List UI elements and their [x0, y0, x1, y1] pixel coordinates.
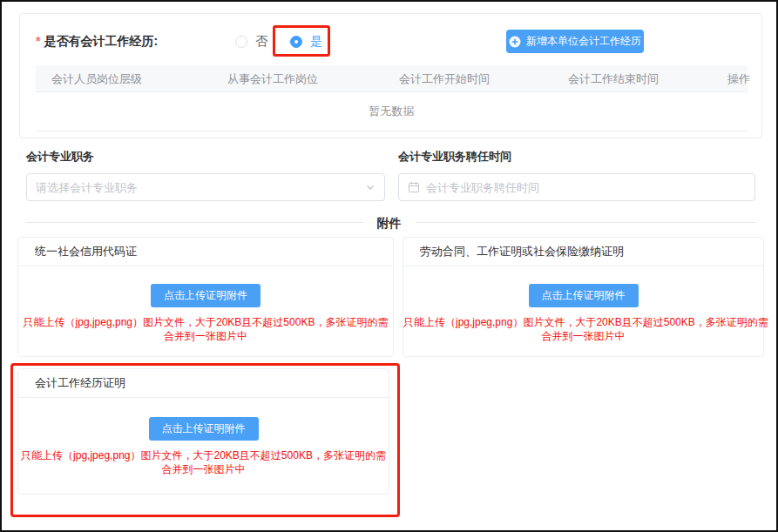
question-text: 是否有会计工作经历: [44, 34, 158, 48]
radio-unchecked-icon [235, 36, 247, 48]
add-experience-button-label: 新增本单位会计工作经历 [526, 34, 641, 49]
upload-hint-line2: 合并到一张图片中 [18, 329, 393, 343]
upload-button-credit-code[interactable]: 点击上传证明附件 [151, 284, 260, 307]
upload-hint-line1: 只能上传（jpg,jpeg,png）图片文件，大于20KB且不超过500KB，多… [18, 315, 393, 329]
attachment-card-title: 会计工作经历证明 [18, 369, 389, 398]
attachment-card-title: 统一社会信用代码证 [18, 238, 393, 266]
radio-option-no[interactable]: 否 [235, 33, 267, 51]
upload-hint-line2: 合并到一张图片中 [403, 329, 763, 343]
duty-field-label: 会计专业职务 [26, 149, 94, 165]
upload-hint-line1: 只能上传（jpg,jpeg,png）图片文件，大于20KB且不超过500KB，多… [18, 448, 389, 462]
attachments-divider-label: 附件 [363, 216, 416, 230]
table-header-start-time: 会计工作开始时间 [399, 65, 490, 92]
upload-hint: 只能上传（jpg,jpeg,png）图片文件，大于20KB且不超过500KB，多… [403, 315, 763, 343]
required-asterisk: * [36, 34, 40, 48]
upload-button-work-experience[interactable]: 点击上传证明附件 [149, 417, 259, 441]
empty-data-text: 暂无数据 [369, 104, 415, 119]
attachment-card-credit-code: 统一社会信用代码证 点击上传证明附件 只能上传（jpg,jpeg,png）图片文… [17, 237, 394, 357]
attachments-divider: 附件 [2, 215, 776, 232]
table-header-post-level: 会计人员岗位层级 [51, 65, 142, 92]
experience-table-header: 会计人员岗位层级 从事会计工作岗位 会计工作开始时间 会计工作结束时间 操作 [36, 65, 748, 92]
table-header-end-time: 会计工作结束时间 [568, 65, 659, 92]
upload-button-labor-contract[interactable]: 点击上传证明附件 [529, 284, 639, 307]
experience-panel: *是否有会计工作经历: 否 是 新增本单位会计工作经历 会计人员岗位层级 从事会… [19, 13, 762, 138]
calendar-icon [408, 181, 420, 193]
duty-select-input[interactable] [36, 181, 365, 194]
experience-table-empty-row: 暂无数据 [36, 92, 748, 131]
attachment-card-title: 劳动合同、工作证明或社会保险缴纳证明 [403, 238, 763, 266]
radio-yes-label: 是 [310, 34, 322, 50]
hire-time-field-label: 会计专业职务聘任时间 [398, 149, 511, 165]
add-experience-button[interactable]: 新增本单位会计工作经历 [506, 30, 644, 53]
hire-time-date-input[interactable] [398, 173, 755, 201]
question-label: *是否有会计工作经历: [36, 34, 158, 50]
chevron-down-icon [365, 182, 375, 192]
radio-no-label: 否 [255, 34, 267, 50]
table-header-post: 从事会计工作岗位 [227, 65, 318, 92]
upload-hint: 只能上传（jpg,jpeg,png）图片文件，大于20KB且不超过500KB，多… [18, 448, 389, 476]
upload-hint-line1: 只能上传（jpg,jpeg,png）图片文件，大于20KB且不超过500KB，多… [403, 315, 763, 329]
upload-hint: 只能上传（jpg,jpeg,png）图片文件，大于20KB且不超过500KB，多… [18, 315, 393, 343]
hire-time-input[interactable] [426, 181, 746, 194]
attachment-card-labor-contract: 劳动合同、工作证明或社会保险缴纳证明 点击上传证明附件 只能上传（jpg,jpe… [403, 237, 764, 357]
upload-hint-line2: 合并到一张图片中 [18, 462, 389, 476]
plus-circle-icon [509, 36, 521, 48]
attachment-card-work-experience: 会计工作经历证明 点击上传证明附件 只能上传（jpg,jpeg,png）图片文件… [17, 368, 389, 495]
attachments-divider-line [26, 222, 755, 223]
experience-table: 会计人员岗位层级 从事会计工作岗位 会计工作开始时间 会计工作结束时间 操作 暂… [36, 65, 748, 131]
duty-select[interactable] [26, 173, 385, 201]
table-header-actions: 操作 [727, 65, 750, 92]
radio-option-yes[interactable]: 是 [290, 33, 322, 51]
accounting-experience-form: *是否有会计工作经历: 否 是 新增本单位会计工作经历 会计人员岗位层级 从事会… [0, 0, 778, 532]
radio-checked-icon [290, 36, 302, 48]
